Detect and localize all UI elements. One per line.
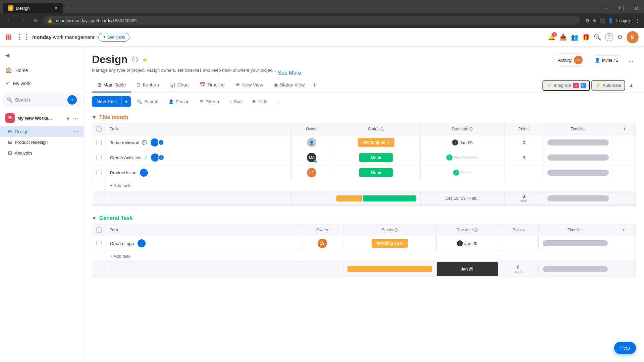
search-button[interactable]: 🔍 Search — [133, 97, 162, 107]
tab-new-view[interactable]: 👁 New View — [230, 78, 268, 93]
gift-icon[interactable]: 🎁 — [582, 34, 590, 41]
gt-add-column-button[interactable]: + — [612, 224, 636, 236]
add-task-label: + Add task — [106, 180, 636, 191]
workspace-more-icon[interactable]: ⋯ — [73, 115, 78, 121]
owner-cell-1[interactable]: 👤 — [292, 135, 332, 150]
select-all-checkbox-col[interactable] — [92, 123, 106, 135]
sidebar-icon[interactable]: ⬛ — [599, 18, 605, 23]
workspace-expand-icon[interactable]: ∨ — [66, 115, 70, 121]
sidebar-add-button[interactable]: + — [67, 95, 77, 105]
task-name-cell[interactable]: To be reviewed 💬 👤 1 — [106, 135, 292, 150]
gt-status-cell-1[interactable]: Working on it — [343, 236, 436, 251]
due-date-cell-1[interactable]: ! Jan 25 — [420, 135, 504, 150]
sidebar-item-product-redesign[interactable]: ⊞ Product redesign — [0, 137, 84, 147]
this-month-header[interactable]: ▼ This month — [92, 110, 636, 123]
sidebar-item-my-work[interactable]: ✓ My work — [0, 77, 84, 90]
bookmark-icon[interactable]: ★ — [592, 18, 597, 23]
status-cell-2[interactable]: Done — [332, 150, 420, 165]
row-checkbox-col[interactable] — [92, 135, 106, 150]
people-icon[interactable]: 👥 — [571, 34, 578, 41]
new-task-dropdown-arrow[interactable]: ▾ — [121, 96, 131, 107]
integrate-label: Integrate — [554, 83, 571, 88]
filter-button[interactable]: ☰ Filter ▾ — [196, 97, 224, 107]
profile-icon[interactable]: 👤 — [608, 18, 613, 23]
status-view-tab-icon: ◉ — [274, 82, 278, 87]
tab-main-table[interactable]: ⊞ Main Table — [92, 78, 131, 93]
tab-kanban[interactable]: ⊟ Kanban — [131, 78, 164, 93]
browser-nav-icons: ⚙ ★ ⬛ 👤 Incognito ⋮ — [585, 18, 640, 23]
menu-icon[interactable]: ⋮ — [635, 18, 640, 23]
tab-close-btn[interactable]: ✕ — [54, 6, 58, 10]
points-column-header: Points — [504, 123, 543, 135]
sidebar-collapse-button[interactable]: ◀ — [3, 49, 12, 61]
maximize-button[interactable]: ❐ — [613, 3, 629, 13]
gt-due-date-cell-1[interactable]: ! Jan 25 — [436, 236, 498, 251]
gt-select-all-col[interactable] — [92, 224, 106, 236]
apps-icon[interactable]: ⚙ — [617, 34, 623, 41]
back-button[interactable]: ← — [4, 16, 15, 25]
new-task-button[interactable]: New Task ▾ — [92, 96, 131, 107]
sidebar-item-home[interactable]: 🏠 Home — [0, 64, 84, 77]
task-name-cell-2[interactable]: Create Activities ✓ 👤 2 — [106, 150, 292, 165]
add-task-row[interactable]: + Add task — [92, 180, 636, 191]
select-all-checkbox[interactable] — [96, 126, 102, 132]
due-date-cell-3[interactable]: ✓ Feb 2 — [420, 165, 504, 180]
working-color-block — [336, 195, 362, 201]
sidebar-item-analytics[interactable]: ⊞ Analytics — [0, 147, 84, 158]
board-star-icon[interactable]: ★ — [142, 56, 148, 64]
add-column-button[interactable]: + — [613, 123, 636, 135]
tab-timeline[interactable]: 📅 Timeline — [194, 78, 230, 93]
user-avatar[interactable]: M — [627, 31, 639, 43]
invite-button[interactable]: 👤 Invite / 2 — [590, 55, 624, 65]
gt-select-all-checkbox[interactable] — [96, 227, 102, 233]
more-toolbar-button[interactable]: ... — [273, 97, 282, 107]
gt-add-task-row[interactable]: + Add task — [92, 251, 636, 262]
sidebar-search[interactable]: 🔍 Search + — [3, 93, 81, 107]
integrate-button[interactable]: ⚡ Integrate G C — [542, 80, 590, 91]
row-checkbox[interactable] — [96, 140, 102, 145]
see-plans-button[interactable]: ✦ See plans — [98, 33, 129, 42]
browser-tab[interactable]: M Design ✕ — [3, 3, 63, 13]
task-name-cell-3[interactable]: Product issue 👤 — [106, 165, 292, 180]
board-info-icon[interactable]: ⓘ — [132, 56, 138, 64]
gt-row-checkbox-1[interactable] — [96, 241, 102, 246]
owner-cell-2[interactable]: MA — [292, 150, 332, 165]
inbox-icon[interactable]: 📥 — [559, 34, 567, 41]
general-task-header[interactable]: ▼ General Task — [92, 211, 636, 224]
automate-button[interactable]: ⚡ Automate — [591, 80, 626, 90]
help-button[interactable]: Help — [614, 342, 636, 354]
extensions-icon[interactable]: ⚙ — [585, 18, 590, 23]
notification-bell[interactable]: 🔔 3 — [548, 34, 555, 41]
board-more-options-button[interactable]: ... — [626, 56, 636, 64]
activity-button[interactable]: Activity M — [553, 53, 587, 67]
address-bar[interactable]: 🔒 moodjoy.monday.com/boards/1830420525 — [43, 16, 580, 25]
status-cell-3[interactable]: Done — [332, 165, 420, 180]
sidebar-item-design[interactable]: ⊞ Design ⋯ — [0, 126, 84, 137]
board-more-design[interactable]: ⋯ — [74, 129, 78, 134]
see-more-link[interactable]: See More — [278, 70, 301, 76]
owner-cell-3[interactable]: LG — [292, 165, 332, 180]
gt-task-name-cell-1[interactable]: Create Logo 👤 — [106, 236, 301, 251]
task-avatar-group-3: 👤 — [139, 168, 149, 177]
minimize-button[interactable]: ─ — [599, 3, 613, 13]
gt-points-column-header: Points — [498, 224, 538, 236]
person-filter-button[interactable]: 👤 Person — [164, 97, 194, 107]
due-date-cell-2[interactable]: ! Dec 10, 20... — [420, 150, 504, 165]
close-button[interactable]: ✕ — [629, 3, 644, 13]
gt-owner-cell-1[interactable]: LG — [301, 236, 343, 251]
search-icon[interactable]: 🔍 — [594, 34, 601, 41]
hide-button[interactable]: 👁 Hide — [248, 97, 271, 107]
tab-status-view[interactable]: ◉ Status View — [268, 78, 310, 93]
collapse-view-icon[interactable]: ▲ — [627, 82, 636, 88]
help-icon[interactable]: ? — [605, 33, 613, 41]
refresh-button[interactable]: ↻ — [31, 16, 41, 25]
row-checkbox-3[interactable] — [96, 170, 102, 175]
sort-button[interactable]: ↕ Sort — [226, 97, 246, 107]
add-view-button[interactable]: + — [310, 79, 319, 92]
tab-chart[interactable]: 📊 Chart — [164, 78, 194, 93]
row-checkbox-2[interactable] — [96, 155, 102, 160]
status-cell-1[interactable]: Working on it — [332, 135, 420, 150]
new-tab-button[interactable]: + — [64, 3, 73, 13]
apps-grid-icon[interactable]: ⊞ — [5, 33, 11, 42]
forward-button[interactable]: → — [17, 16, 28, 25]
